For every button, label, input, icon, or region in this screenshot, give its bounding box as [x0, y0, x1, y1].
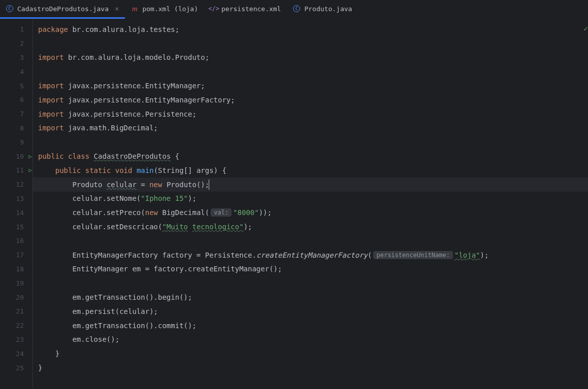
line-number: 21	[16, 307, 24, 315]
line-number: 24	[16, 350, 24, 358]
line-number: 2	[20, 40, 24, 47]
line-number: 13	[16, 195, 24, 202]
line-number-row[interactable]: 14	[0, 205, 33, 220]
line-number: 7	[20, 110, 24, 118]
xml-icon: </>	[210, 5, 217, 12]
java-class-icon: C	[6, 5, 13, 12]
line-number-row[interactable]: 8	[0, 121, 33, 135]
line-number: 19	[16, 279, 24, 287]
code-line[interactable]	[33, 135, 588, 149]
line-number: 17	[16, 251, 24, 259]
code-line[interactable]: import javax.persistence.EntityManagerFa…	[33, 93, 588, 107]
line-number-row[interactable]: 15	[0, 220, 33, 234]
line-number-row[interactable]: 24	[0, 346, 33, 361]
tab-cadastro[interactable]: C CadastroDeProdutos.java ×	[0, 0, 125, 19]
line-number-row[interactable]: 13	[0, 192, 33, 206]
code-line[interactable]: em.getTransaction().commit();	[33, 319, 588, 333]
code-line[interactable]: EntityManagerFactory factory = Persisten…	[33, 248, 588, 262]
maven-icon: m	[131, 5, 138, 12]
line-number-row[interactable]: 20	[0, 290, 33, 304]
line-number: 16	[16, 237, 24, 244]
code-area[interactable]: ✓ package br.com.alura.loja.testes; impo…	[33, 19, 588, 389]
tab-label: pom.xml (loja)	[142, 5, 198, 13]
parameter-hint: persistenceUnitName:	[373, 251, 453, 259]
line-number-row[interactable]: 16	[0, 234, 33, 248]
line-number-row[interactable]: 19	[0, 276, 33, 290]
tab-produto[interactable]: C Produto.java	[287, 0, 358, 19]
line-number-row[interactable]: 22	[0, 319, 33, 333]
line-number-row[interactable]: 12	[0, 178, 33, 192]
code-line[interactable]: import javax.persistence.EntityManager;	[33, 79, 588, 93]
code-line[interactable]: package br.com.alura.loja.testes;	[33, 22, 588, 37]
line-number: 9	[20, 138, 24, 146]
line-number-row[interactable]: 5	[0, 79, 33, 93]
line-number-row[interactable]: 2	[0, 37, 33, 51]
code-line[interactable]: import java.math.BigDecimal;	[33, 121, 588, 135]
line-number: 12	[16, 181, 24, 188]
tab-label: CadastroDeProdutos.java	[17, 5, 109, 13]
code-line[interactable]: import javax.persistence.Persistence;	[33, 107, 588, 121]
line-number-row[interactable]: 6	[0, 93, 33, 107]
code-line[interactable]	[33, 37, 588, 51]
line-number: 10	[16, 153, 24, 160]
code-line[interactable]: em.getTransaction().begin();	[33, 290, 588, 304]
line-number: 11	[16, 166, 24, 174]
line-number: 4	[20, 68, 24, 76]
code-line[interactable]	[33, 64, 588, 79]
line-number: 20	[16, 294, 24, 301]
line-number: 23	[16, 336, 24, 343]
run-icon[interactable]: ▷	[28, 153, 32, 160]
line-number-row[interactable]: 3	[0, 51, 33, 65]
line-number: 15	[16, 223, 24, 231]
line-number: 22	[16, 322, 24, 329]
line-number: 6	[20, 96, 24, 103]
line-number: 8	[20, 124, 24, 132]
line-number-row[interactable]: 4	[0, 64, 33, 79]
line-number-row[interactable]: 23	[0, 333, 33, 347]
code-line[interactable]: celular.setPreco(new BigDecimal(val:"800…	[33, 205, 588, 220]
code-line[interactable]: EntityManager em = factory.createEntityM…	[33, 262, 588, 276]
run-icon[interactable]: ▷	[28, 167, 32, 173]
code-line[interactable]: import br.com.alura.loja.modelo.Produto;	[33, 51, 588, 65]
line-number-row[interactable]: 21	[0, 304, 33, 319]
line-number: 3	[20, 54, 24, 61]
line-number-row[interactable]: 1	[0, 22, 33, 37]
tab-bar: C CadastroDeProdutos.java × m pom.xml (l…	[0, 0, 588, 19]
code-line[interactable]	[33, 234, 588, 248]
code-line[interactable]: celular.setNome("Iphone 15");	[33, 192, 588, 206]
code-line[interactable]: em.close();	[33, 333, 588, 347]
code-line[interactable]: em.persist(celular);	[33, 304, 588, 319]
code-line[interactable]: public static void main(String[] args) {	[33, 163, 588, 178]
line-number-row[interactable]: 25	[0, 361, 33, 375]
line-number: 18	[16, 265, 24, 273]
line-number: 14	[16, 209, 24, 217]
line-number-row[interactable]: 17	[0, 248, 33, 262]
editor: 12345678910▷11▷1213141516171819202122232…	[0, 19, 588, 389]
tab-persistence[interactable]: </> persistence.xml	[204, 0, 287, 19]
line-number: 25	[16, 364, 24, 372]
code-line[interactable]: celular.setDescricao("Muito tecnologico"…	[33, 220, 588, 234]
gutter: 12345678910▷11▷1213141516171819202122232…	[0, 19, 33, 389]
code-line[interactable]: }	[33, 361, 588, 375]
tab-label: Produto.java	[304, 5, 352, 13]
tab-pom[interactable]: m pom.xml (loja)	[125, 0, 204, 19]
code-line[interactable]: }	[33, 346, 588, 361]
parameter-hint: val:	[211, 208, 232, 217]
line-number-row[interactable]: 9	[0, 135, 33, 149]
line-number-row[interactable]: 11▷	[0, 163, 33, 178]
line-number-row[interactable]: 7	[0, 107, 33, 121]
line-number-row[interactable]: 10▷	[0, 149, 33, 163]
java-class-icon: C	[293, 5, 300, 12]
close-icon[interactable]: ×	[115, 5, 119, 13]
line-number: 1	[20, 25, 24, 33]
tab-label: persistence.xml	[221, 5, 281, 13]
text-cursor	[209, 180, 209, 190]
code-line[interactable]: public class CadastroDeProdutos {	[33, 149, 588, 163]
code-line[interactable]	[33, 276, 588, 290]
line-number-row[interactable]: 18	[0, 262, 33, 276]
line-number: 5	[20, 82, 24, 90]
code-line[interactable]: Produto celular = new Produto();	[33, 178, 588, 192]
